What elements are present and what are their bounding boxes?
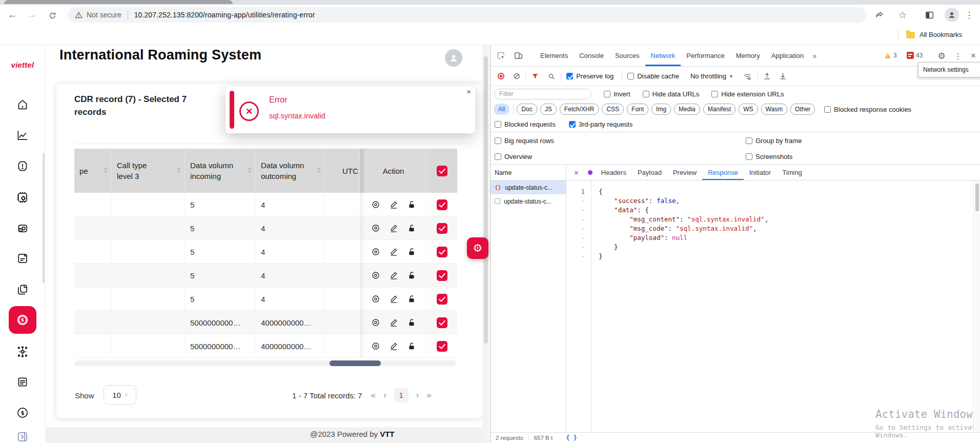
row-checkbox[interactable]	[437, 341, 447, 352]
sidebar-item-line-chart[interactable]	[10, 123, 35, 148]
sidebar-scrollbar[interactable]	[43, 153, 45, 284]
filter-pill-font[interactable]: Font	[627, 104, 648, 115]
sidebar-item-alert-hexagon[interactable]	[10, 154, 35, 178]
device-toolbar-button[interactable]	[511, 49, 525, 63]
sidebar-item-chip-settings[interactable]	[10, 185, 35, 210]
preserve-log-checkbox[interactable]	[566, 73, 573, 79]
edit-icon[interactable]	[389, 341, 399, 351]
screenshots-checkbox[interactable]	[746, 153, 752, 160]
checkbox-hide-extension-urls[interactable]	[711, 91, 718, 97]
table-row[interactable]: 54	[74, 287, 457, 311]
user-avatar[interactable]	[445, 49, 462, 67]
sidebar-item-copy-files[interactable]	[10, 277, 35, 302]
sidebar-item-dollar-billing[interactable]: $	[9, 306, 36, 334]
column-header-call-type-level-3[interactable]: Call typelevel 3	[112, 149, 185, 193]
filter-pill-fetch-xhr[interactable]: Fetch/XHR	[560, 104, 599, 115]
share-button[interactable]	[873, 8, 886, 22]
import-har-button[interactable]	[763, 72, 771, 80]
tab-performance[interactable]: Performance	[681, 45, 730, 66]
filter-toggle-button[interactable]	[531, 72, 539, 80]
view-icon[interactable]	[371, 223, 381, 233]
sidebar-item-dollar-circle[interactable]: $	[10, 400, 35, 425]
detail-tab-payload[interactable]: Payload	[632, 165, 667, 180]
unlock-icon[interactable]	[406, 199, 417, 210]
disable-cache-checkbox[interactable]	[627, 73, 634, 79]
detail-tab-headers[interactable]: Headers	[596, 165, 632, 180]
unlock-icon[interactable]	[406, 247, 417, 257]
checkbox-hide-data-urls[interactable]	[643, 91, 649, 97]
table-row[interactable]: 5000000000…4000000000…	[74, 334, 457, 358]
browser-menu-button[interactable]: ⋮	[963, 8, 976, 22]
edit-icon[interactable]	[389, 270, 399, 280]
group-by-frame-checkbox[interactable]	[746, 137, 752, 144]
table-row[interactable]: 54	[74, 264, 457, 287]
network-conditions-button[interactable]	[743, 72, 752, 81]
filter-pill-js[interactable]: JS	[540, 104, 557, 115]
back-button[interactable]: ←	[5, 8, 19, 22]
sort-icon[interactable]	[177, 167, 181, 173]
browser-tab[interactable]	[4, 0, 233, 4]
blocked-response-cookies-checkbox[interactable]	[824, 106, 831, 113]
first-page-button[interactable]: «	[371, 390, 375, 400]
sidebar-item-collapse-panel[interactable]	[10, 425, 35, 443]
column-header-data-volumn-incoming[interactable]: Data volumnincoming	[185, 149, 256, 193]
edit-icon[interactable]	[389, 294, 399, 304]
inspect-element-button[interactable]	[494, 49, 508, 63]
table-row[interactable]: 5000000000…4000000000…	[74, 311, 457, 334]
tab-application[interactable]: Application	[766, 45, 810, 66]
detail-tab-initiator[interactable]: Initiator	[744, 165, 777, 180]
reload-button[interactable]	[45, 8, 59, 22]
request-row[interactable]: update-status-c...	[491, 194, 566, 208]
forward-button[interactable]: →	[25, 8, 39, 22]
filter-pill-css[interactable]: CSS	[602, 104, 624, 115]
tab-sources[interactable]: Sources	[609, 45, 645, 66]
issues-counter[interactable]: 43	[907, 52, 923, 59]
overview-checkbox[interactable]	[495, 153, 501, 160]
table-horizontal-scrollbar[interactable]	[74, 360, 456, 366]
sort-icon[interactable]	[317, 167, 321, 173]
response-scrollbar[interactable]	[973, 180, 980, 432]
tab-elements[interactable]: Elements	[535, 45, 574, 66]
filter-pill-manifest[interactable]: Manifest	[703, 104, 736, 115]
all-bookmarks-button[interactable]: All Bookmarks	[920, 31, 962, 38]
pretty-print-button[interactable]: { }	[566, 434, 577, 441]
checkbox-invert[interactable]	[604, 91, 610, 97]
sidebar-item-network-nodes[interactable]	[10, 339, 35, 364]
last-page-button[interactable]: »	[426, 390, 431, 400]
blocked-requests-checkbox[interactable]	[495, 121, 501, 128]
response-body-viewer[interactable]: 1------- { "success": false, "data": { "…	[567, 180, 980, 432]
sort-icon[interactable]	[248, 167, 252, 173]
column-header-pe[interactable]: pe	[74, 149, 112, 193]
view-icon[interactable]	[371, 341, 381, 351]
column-header-data-volumn-outcoming[interactable]: Data volumnoutcoming	[256, 149, 325, 193]
sidebar-item-list-doc[interactable]	[10, 370, 35, 394]
table-row[interactable]: 54	[74, 216, 457, 240]
throttling-select[interactable]: No throttling ▾	[690, 72, 732, 80]
tab-network[interactable]: Network	[645, 45, 681, 66]
url-bar[interactable]: Not secure 10.207.252.135:8200/roaming-a…	[68, 7, 866, 23]
sidebar-item-media-swap[interactable]	[10, 216, 35, 240]
view-icon[interactable]	[371, 199, 381, 210]
unlock-icon[interactable]	[406, 270, 417, 280]
detail-tab-timing[interactable]: Timing	[777, 165, 808, 180]
view-icon[interactable]	[371, 247, 381, 257]
unlock-icon[interactable]	[406, 223, 417, 233]
detail-tab-response[interactable]: Response	[702, 165, 744, 180]
unlock-icon[interactable]	[406, 341, 417, 351]
unlock-icon[interactable]	[406, 317, 417, 328]
row-checkbox[interactable]	[437, 294, 447, 305]
record-network-log-button[interactable]	[498, 73, 504, 79]
page-size-select[interactable]: 10 ˅	[104, 385, 136, 405]
tab-memory[interactable]: Memory	[730, 45, 766, 66]
browser-profile-avatar[interactable]	[945, 8, 959, 22]
view-icon[interactable]	[371, 270, 381, 280]
request-row[interactable]: {}update-status-c...	[491, 180, 566, 194]
view-icon[interactable]	[371, 294, 381, 304]
row-checkbox[interactable]	[437, 199, 447, 210]
side-panel-button[interactable]	[923, 8, 936, 22]
edit-icon[interactable]	[389, 199, 399, 210]
row-checkbox[interactable]	[437, 270, 447, 281]
filter-pill-wasm[interactable]: Wasm	[761, 104, 788, 115]
app-scrollbar-thumb[interactable]	[484, 56, 488, 344]
warnings-counter[interactable]: 3	[884, 52, 897, 59]
